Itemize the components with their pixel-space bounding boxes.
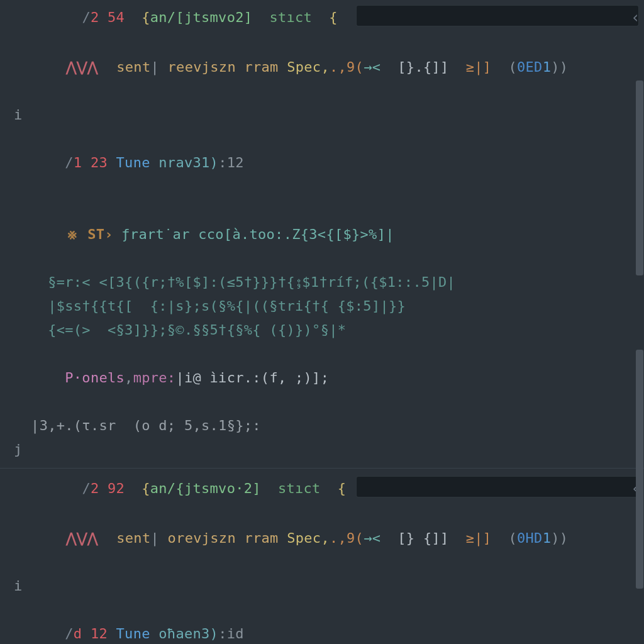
sub-header: /1 23 Tune nrav31):12 <box>14 127 644 199</box>
struct-keyword: stıct <box>269 9 312 25</box>
code-line: {<=(> <§3]}};§©.§§5†{§%{ ({)})°§|* <box>14 318 644 342</box>
line-number-minor: 54 <box>108 9 125 25</box>
search-input[interactable] <box>356 5 639 26</box>
module-path: an/ <box>150 9 176 25</box>
code-line: ⨳ ST› ƒrart˙ar cco[à.too:.Z{3<{[$}>%]| <box>14 199 644 270</box>
send-keyword: sent <box>116 59 150 75</box>
code-line: |$ss†{{t{[ {:|s};s(§%{|((§tri{†{ {$:5]|}… <box>14 294 644 318</box>
arrow-token: →< <box>364 59 380 75</box>
brace-line: i <box>14 574 644 598</box>
sub-header: /d 12 Tune oħaen3):id <box>14 598 644 644</box>
breakpoint-icon[interactable]: ⨳ ST› <box>65 223 113 247</box>
brace-line: i <box>14 103 644 127</box>
search-input[interactable] <box>356 476 639 497</box>
brace-open: { <box>142 9 150 25</box>
scrollbar-thumb[interactable] <box>636 350 643 589</box>
code-block-1: /2 54 {an/[jtsmvo2] stıct { ‹ ⋀⋁⋀ sent| … <box>14 4 644 462</box>
decorator-icon: ⋀⋁⋀ <box>66 55 98 79</box>
tune-keyword: Tune <box>116 155 150 170</box>
constant-token: 0HD <box>517 530 543 546</box>
fn-name: reevjszn <box>168 59 236 75</box>
struct-keyword: stıct <box>278 480 321 496</box>
tune-keyword: Tune <box>116 626 150 641</box>
scrollbar-track[interactable] <box>635 0 644 644</box>
line-number-minor: 92 <box>108 480 125 496</box>
code-line: §=r:< <[3{({r;†%[$]:(≤5†}}}†{⨾$1†ríf;({$… <box>14 270 644 294</box>
constant-token: 0ED <box>517 59 543 75</box>
module-name: [jtsmvo2] <box>175 9 252 25</box>
panels-keyword: P·onels <box>65 370 125 386</box>
spec-keyword: Spec, <box>287 59 330 75</box>
signature-line: ⋀⋁⋀ sent| reevjszn rram Spec,.,9(→< [}.{… <box>14 31 644 103</box>
line-number-major: 2 <box>91 9 99 25</box>
spec-keyword: Spec, <box>287 530 330 546</box>
signature-line: ⋀⋁⋀ sent| orevjszn rram Spec,.,9(→< [} {… <box>14 502 644 574</box>
block-header: /2 92 {an/{jtsmvo·2] stıct { ‹ <box>14 475 644 502</box>
block-header: /2 54 {an/[jtsmvo2] stıct { ‹ <box>14 4 644 31</box>
code-line: |3,+.(τ.sr (o d; 5,s.1§};: <box>14 414 644 438</box>
code-block-2: /2 92 {an/{jtsmvo·2] stıct { ‹ ⋀⋁⋀ sent|… <box>14 475 644 644</box>
slash-token: / <box>82 9 91 25</box>
panels-line: P·onels,mpre:|i@ ìicr.:(f, ;)]; <box>14 342 644 414</box>
scrollbar-thumb[interactable] <box>636 80 643 275</box>
decorator-icon: ⋀⋁⋀ <box>66 526 98 550</box>
code-editor[interactable]: /2 54 {an/[jtsmvo2] stıct { ‹ ⋀⋁⋀ sent| … <box>0 0 644 644</box>
line-number-major: 2 <box>91 480 99 496</box>
brace-open: { <box>329 9 338 25</box>
